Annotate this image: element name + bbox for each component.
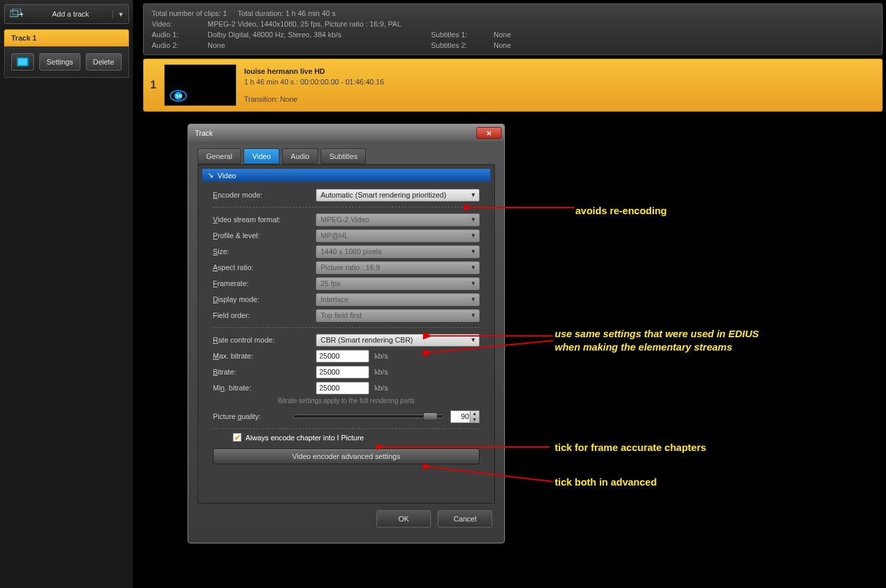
checkbox-box[interactable]: ✔ [233,433,241,442]
framerate-dropdown[interactable]: 25 fps▼ [316,277,480,290]
min-bitrate-unit: kb/s [374,384,388,392]
size-dropdown[interactable]: 1440 x 1080 pixels▼ [316,245,480,258]
tab-general[interactable]: General [198,148,241,164]
total-clips: Total number of clips: 1 [152,8,227,19]
sub1-lbl: Subtitles 1: [431,29,478,40]
encoder-mode-dropdown[interactable]: Automatic (Smart rendering prioritized)▼ [316,189,480,202]
chevron-down-icon: ▼ [470,232,476,239]
advanced-settings-button[interactable]: Video encoder advanced settings [213,448,480,464]
expand-icon: ↘ [208,171,214,180]
dialog-buttons: OK Cancel [188,510,504,535]
clip-meta: louise hermann live HD 1 h 46 min 40 s :… [244,67,384,103]
sub1-value: None [494,29,511,40]
chevron-down-icon: ▼ [470,312,476,319]
picture-quality-label: Picture quality: [213,412,286,420]
profile-dropdown[interactable]: MP@HL▼ [316,229,480,242]
chevron-down-icon: ▼ [470,296,476,303]
annotation-text-3: tick for frame accurate chapters [555,442,706,453]
sub2-value: None [494,40,511,51]
stream-format-label: Video stream format: [213,216,316,223]
svg-text:+: + [19,10,23,19]
check-icon: ✔ [234,434,241,441]
clip-thumbnail: SR [164,65,236,106]
audio1-value: Dolby Digital, 48000 Hz, Stereo, 384 kb/… [208,29,341,40]
tab-subtitles[interactable]: Subtitles [321,148,366,164]
chevron-down-icon: ▼ [470,264,476,271]
ok-button[interactable]: OK [376,510,431,527]
bitrate-input[interactable]: 25000 [316,366,369,378]
clip-title: louise hermann live HD [244,67,384,75]
bitrate-label: Bitrate: [213,368,316,376]
video-value: MPEG-2 Video, 1440x1080, 25 fps, Picture… [208,19,401,29]
chevron-down-icon: ▼ [470,248,476,255]
max-bitrate-label: Max. bitrate: [213,352,316,360]
clip-row[interactable]: 1 SR louise hermann live HD 1 h 46 min 4… [143,59,883,112]
track-preview-button[interactable] [11,53,34,71]
size-label: Size: [213,247,316,255]
audio2-lbl: Audio 2: [152,40,192,51]
svg-text:SR: SR [176,94,182,98]
field-order-dropdown[interactable]: Top field first▼ [316,309,480,322]
stream-format-dropdown[interactable]: MPEG-2 Video▼ [316,214,480,226]
tab-video[interactable]: Video [243,148,279,164]
slider-thumb[interactable] [423,412,438,420]
chevron-down-icon: ▼ [470,337,476,343]
encode-chapter-label: Always encode chapter into I Picture [245,434,364,442]
bitrate-unit: kb/s [374,368,388,376]
track-settings-button[interactable]: Settings [39,53,80,71]
min-bitrate-input[interactable]: 25000 [316,382,369,394]
aspect-label: Aspect ratio: [213,263,316,271]
video-fields: Encoder mode: Automatic (Smart rendering… [202,182,490,470]
add-track-icon: + [5,9,29,19]
add-track-dropdown-icon[interactable]: ▾ [112,10,128,19]
clip-logo-icon: SR [166,88,190,104]
max-bitrate-unit: kb/s [374,352,388,360]
tab-audio[interactable]: Audio [282,148,318,164]
video-lbl: Video: [152,19,192,29]
audio1-lbl: Audio 1: [152,29,192,40]
dialog-tabs: General Video Audio Subtitles [188,142,504,164]
aspect-dropdown[interactable]: Picture ratio : 16:9▼ [316,261,480,274]
add-track-label: Add a track [29,10,112,18]
rate-mode-dropdown[interactable]: CBR (Smart rendering CBR)▼ [316,334,480,347]
clip-timing: 1 h 46 min 40 s : 00:00:00.00 - 01:46:40… [244,78,384,86]
track-controls: Settings Delete [4,47,129,78]
encode-chapter-checkbox[interactable]: ✔ Always encode chapter into I Picture [233,433,480,442]
dialog-title: Track [195,129,476,137]
chevron-down-icon: ▼ [470,216,476,223]
chevron-down-icon: ▼ [470,280,476,287]
clip-info-bar: Total number of clips: 1 Total duration:… [143,3,883,55]
svg-rect-0 [10,11,18,17]
min-bitrate-label: Min. bitrate: [213,384,316,392]
track-header[interactable]: Track 1 [4,29,129,47]
sub2-lbl: Subtitles 2: [431,40,478,51]
video-section-header[interactable]: ↘ Video [202,169,490,182]
tab-body: ↘ Video Encoder mode: Automatic (Smart r… [198,164,495,504]
video-section-title: Video [218,172,236,180]
close-button[interactable]: ✕ [476,127,502,139]
chevron-down-icon: ▼ [470,192,476,198]
clip-index: 1 [150,79,156,91]
add-track-button[interactable]: + Add a track ▾ [4,4,129,24]
display-mode-dropdown[interactable]: Interlace▼ [316,293,480,306]
sidebar: + Add a track ▾ Track 1 Settings Delete [0,0,133,588]
field-order-label: Field order: [213,311,316,319]
audio2-value: None [208,40,225,51]
framerate-label: Framerate: [213,279,316,287]
bitrate-note: Bitrate settings apply to the full rende… [213,397,480,404]
display-mode-label: Display mode: [213,295,316,303]
encoder-mode-label: Encoder mode: [213,191,316,199]
track-dialog: Track ✕ General Video Audio Subtitles ↘ … [188,124,505,543]
track-delete-button[interactable]: Delete [86,53,122,71]
cancel-button[interactable]: Cancel [438,510,492,527]
dialog-titlebar[interactable]: Track ✕ [188,124,504,142]
svg-rect-4 [18,59,27,65]
clip-transition: Transition: None [244,95,384,103]
total-duration: Total duration: 1 h 46 min 40 s [237,8,335,19]
picture-quality-value[interactable]: 90 ▲▼ [450,410,480,423]
annotation-text-1: avoids re-encoding [575,205,667,216]
max-bitrate-input[interactable]: 25000 [316,350,369,363]
spinner-buttons[interactable]: ▲▼ [470,411,479,422]
annotation-text-4: tick both in advanced [555,476,657,488]
picture-quality-slider[interactable] [293,414,444,418]
